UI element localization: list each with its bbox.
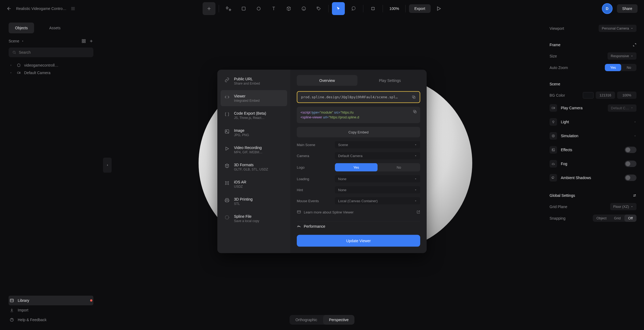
ambient-shadows-toggle[interactable] [625, 175, 636, 181]
bg-alpha-input[interactable] [617, 92, 636, 99]
play-camera-icon [550, 104, 557, 112]
svg-point-1 [257, 7, 260, 10]
modal-tab-overview[interactable]: Overview [297, 75, 357, 86]
side-item-viewer[interactable]: ViewerIntegrated Embed [221, 90, 287, 106]
side-item-3d-formats[interactable]: 3D FormatsGLTF, GLB, STL, USDZ [221, 159, 287, 175]
back-arrow[interactable] [6, 6, 12, 11]
grid-view-icon[interactable] [82, 39, 86, 43]
tree-item-camera[interactable]: Default Camera [9, 69, 93, 77]
main-scene-label: Main Scene [297, 143, 332, 147]
import-button[interactable]: Import [9, 305, 93, 315]
loading-label: Loading [297, 177, 332, 181]
svg-rect-4 [372, 8, 374, 10]
ambient-shadows-label: Ambient Shadows [561, 176, 591, 180]
cursor-tool-icon[interactable] [332, 2, 345, 15]
text-tool-icon[interactable] [267, 2, 280, 15]
effects-toggle[interactable] [625, 147, 636, 153]
side-item-code-export[interactable]: Code Export (Beta)JS, Three.js, React… [221, 107, 287, 123]
library-button[interactable]: Library [9, 296, 93, 305]
loading-dropdown[interactable]: None [335, 175, 420, 183]
grid-plane-dropdown[interactable]: Floor (XZ) [610, 203, 637, 210]
tree-toggle-icon[interactable] [10, 71, 13, 74]
notification-dot [90, 299, 92, 302]
auto-zoom-yes[interactable]: Yes [605, 64, 621, 71]
export-button[interactable]: Export [409, 4, 430, 13]
side-item-video[interactable]: Video RecordingMP4, GIF, WEBM… [221, 142, 287, 158]
bg-hex-input[interactable] [596, 92, 615, 99]
comment-tool-icon[interactable] [347, 2, 360, 15]
orthographic-option[interactable]: Orthographic [290, 315, 323, 325]
side-item-3d-printing[interactable]: 3D PrintingSTL [221, 193, 287, 209]
share-button[interactable]: Share [617, 4, 638, 13]
play-icon[interactable] [436, 6, 441, 11]
fog-toggle[interactable] [625, 161, 636, 167]
document-title: Realistic Videogame Contro… [16, 6, 66, 11]
light-label: Light [561, 120, 569, 124]
search-field[interactable] [19, 50, 90, 55]
tree-toggle-icon[interactable] [10, 64, 13, 67]
snap-off[interactable]: Off [624, 215, 636, 222]
external-link-icon [416, 210, 420, 214]
cube-tool-icon[interactable] [282, 2, 295, 15]
settings-icon[interactable] [633, 194, 636, 197]
modal-tab-play-settings[interactable]: Play Settings [360, 75, 420, 86]
tree-item-controller[interactable]: videogamecontroll… [9, 61, 93, 69]
auto-zoom-no[interactable]: No [621, 64, 636, 71]
logo-no[interactable]: No [378, 163, 420, 172]
mouse-events-dropdown[interactable]: Local (Canvas Container) [335, 197, 420, 205]
avatar[interactable]: D [602, 3, 613, 14]
snap-object[interactable]: Object [593, 215, 610, 222]
update-viewer-button[interactable]: Update Viewer [297, 235, 420, 247]
chevron-right-icon[interactable] [634, 135, 636, 137]
ar-icon [224, 180, 230, 186]
help-button[interactable]: Help & Feedback [9, 315, 93, 325]
performance-row[interactable]: Performance [297, 221, 420, 231]
smiley-tool-icon[interactable] [297, 2, 310, 15]
add-scene-icon[interactable] [89, 39, 93, 43]
main-scene-dropdown[interactable]: Scene [335, 141, 420, 148]
effects-icon [550, 146, 557, 154]
search-input[interactable] [9, 48, 93, 57]
copy-embed-button[interactable]: Copy Embed [297, 127, 420, 137]
play-camera-dropdown[interactable]: Default C… [608, 104, 636, 112]
embed-code-block[interactable]: <script type="module" src="https://u <sp… [297, 107, 420, 123]
viewer-url-field[interactable]: prod.spline.design/JQgl8py19hRFaul4/scen… [297, 91, 420, 103]
tab-assets[interactable]: Assets [43, 23, 67, 33]
copy-code-icon[interactable] [413, 109, 417, 114]
play-icon [224, 145, 230, 152]
fog-label: Fog [561, 162, 567, 166]
learn-more-link[interactable]: Learn more about Spline Viewer [297, 208, 420, 216]
logo-yes[interactable]: Yes [335, 163, 378, 172]
tab-objects[interactable]: Objects [9, 23, 34, 33]
side-item-image[interactable]: ImageJPG, PNG [221, 124, 287, 140]
panel-collapse-caret[interactable] [103, 158, 112, 173]
code-icon [224, 94, 230, 100]
side-item-spline-file[interactable]: Spline FileSave a local copy [221, 210, 287, 226]
perspective-option[interactable]: Perspective [323, 315, 354, 325]
fog-icon [550, 160, 557, 168]
divider [328, 5, 329, 12]
copy-url-icon[interactable] [412, 95, 416, 99]
doc-menu-icon[interactable] [71, 6, 75, 11]
zoom-level[interactable]: 100% [386, 6, 402, 11]
tag-tool-icon[interactable] [312, 2, 325, 15]
side-item-public-url[interactable]: Public URLShare and Embed [221, 73, 287, 89]
file-icon [224, 214, 230, 220]
side-item-ios-ar[interactable]: iOS ARUSDZ [221, 176, 287, 192]
circle-tool-icon[interactable] [252, 2, 265, 15]
brackets-icon [224, 111, 230, 117]
svg-rect-29 [297, 211, 301, 213]
expand-icon[interactable] [633, 43, 636, 47]
bg-color-swatch[interactable] [583, 92, 594, 99]
camera-dropdown[interactable]: Default Camera [335, 152, 420, 159]
hint-dropdown[interactable]: None [335, 186, 420, 194]
scene-breadcrumb[interactable]: Scene [9, 39, 24, 43]
rectangle-tool-icon[interactable] [237, 2, 250, 15]
add-button[interactable] [203, 2, 215, 15]
frame-tool-icon[interactable] [367, 2, 379, 15]
snap-grid[interactable]: Grid [610, 215, 624, 222]
chevron-right-icon[interactable] [634, 121, 636, 123]
size-dropdown[interactable]: Responsive [608, 52, 636, 60]
viewport-camera-dropdown[interactable]: Personal Camera [599, 25, 636, 32]
magic-tool-icon[interactable] [222, 2, 235, 15]
